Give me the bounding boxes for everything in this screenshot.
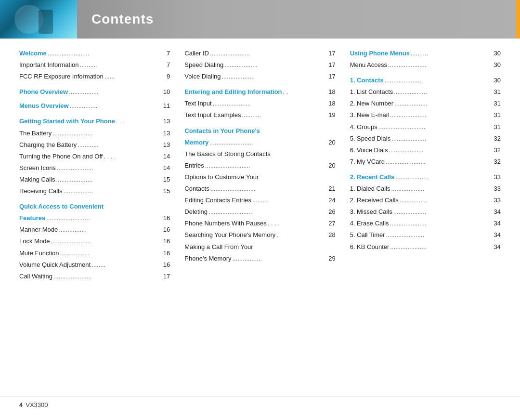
toc-label-fcc: FCC RF Exposure Information bbox=[19, 71, 104, 82]
toc-entry-screen-icons: Screen Icons .....................14 bbox=[19, 163, 170, 173]
toc-dots-features: ......................... bbox=[46, 213, 162, 223]
toc-label-call-timer: 5. Call Timer bbox=[350, 230, 385, 240]
toc-dots-menus-overview: ................ bbox=[70, 101, 162, 111]
page-footer: 4 VX3300 bbox=[0, 396, 520, 413]
toc-label-important-info: Important Information bbox=[19, 60, 79, 70]
toc-dots-my-vcard: ....................... bbox=[386, 157, 493, 167]
toc-label-welcome[interactable]: Welcome bbox=[19, 48, 47, 59]
toc-page-contacts: 21 bbox=[328, 184, 335, 194]
toc-page-speed-dials: 32 bbox=[494, 133, 501, 144]
toc-page-contacts-memory: 20 bbox=[328, 137, 335, 148]
toc-column-col3: Using Phone Menus ..........30Menu Acces… bbox=[350, 48, 501, 391]
toc-label-using-phone-menus[interactable]: Using Phone Menus bbox=[350, 48, 410, 59]
toc-dots-phone-numbers-pauses: . . . . bbox=[268, 218, 327, 229]
page-title: Contents bbox=[91, 12, 154, 27]
toc-page-list-contacts: 31 bbox=[494, 87, 501, 97]
toc-label-caller-id: Caller ID bbox=[184, 48, 209, 59]
toc-label-contacts-memory-title[interactable]: Contacts in Your Phone's bbox=[184, 126, 260, 136]
toc-dots-fcc: ...... bbox=[104, 71, 166, 82]
toc-page-editing-contacts: 24 bbox=[328, 195, 335, 206]
toc-page-recent-calls-section: 33 bbox=[494, 172, 501, 183]
section-gap bbox=[350, 168, 501, 171]
toc-label-missed-calls: 3. Missed Calls bbox=[350, 207, 392, 217]
toc-label-contacts-memory[interactable]: Memory bbox=[184, 137, 208, 148]
toc-dots-battery: ....................... bbox=[52, 128, 162, 139]
toc-entry-received-calls: 2. Received Calls ................33 bbox=[350, 195, 501, 206]
toc-dots-editing-contacts: ......... bbox=[252, 195, 327, 206]
toc-dots-recent-calls-section: ................... bbox=[395, 172, 493, 183]
toc-entry-call-timer: 5. Call Timer ......................34 bbox=[350, 230, 501, 240]
page-header: Contents bbox=[0, 0, 520, 39]
toc-entry-call-waiting: Call Waiting ......................17 bbox=[19, 271, 170, 282]
section-gap bbox=[184, 83, 335, 86]
toc-page-important-info: 7 bbox=[167, 60, 170, 70]
toc-label-recent-calls-section[interactable]: 2. Recent Calls bbox=[350, 172, 395, 183]
toc-label-getting-started[interactable]: Getting Started with Your Phone bbox=[19, 116, 115, 127]
toc-entry-basics-storing: The Basics of Storing Contacts bbox=[184, 149, 335, 159]
toc-column-col2: Caller ID .......................17Speed… bbox=[184, 48, 335, 391]
toc-label-phone-overview[interactable]: Phone Overview bbox=[19, 87, 68, 97]
toc-label-searching-memory: Searching Your Phone's Memory bbox=[184, 230, 275, 240]
toc-page-receiving-calls: 15 bbox=[163, 186, 170, 197]
toc-dots-receiving-calls: ................. bbox=[64, 186, 162, 197]
toc-page-battery: 13 bbox=[163, 128, 170, 139]
toc-label-screen-icons: Screen Icons bbox=[19, 163, 56, 173]
toc-entry-list-contacts: 1. List Contacts ...................31 bbox=[350, 87, 501, 97]
toc-entry-receiving-calls: Receiving Calls .................15 bbox=[19, 186, 170, 197]
toc-entry-speed-dials: 5. Speed Dials ....................32 bbox=[350, 133, 501, 144]
toc-dots-received-calls: ................ bbox=[400, 195, 493, 206]
toc-label-basics-storing: The Basics of Storing Contacts bbox=[184, 149, 270, 159]
toc-dots-important-info: .......... bbox=[80, 60, 166, 70]
toc-label-entering-editing[interactable]: Entering and Editing Information bbox=[184, 87, 282, 97]
toc-entry-voice-dialing: Voice Dialing ...................17 bbox=[184, 71, 335, 82]
toc-label-contacts-section[interactable]: 1. Contacts bbox=[350, 75, 384, 86]
toc-label-list-contacts: 1. List Contacts bbox=[350, 87, 393, 97]
toc-dots-entries: .......................... bbox=[205, 160, 327, 171]
toc-entry-battery: The Battery .......................13 bbox=[19, 128, 170, 139]
toc-dots-making-calls: ..................... bbox=[56, 174, 162, 185]
toc-entry-searching-memory: Searching Your Phone's Memory .28 bbox=[184, 230, 335, 240]
toc-label-voice-dialing: Voice Dialing bbox=[184, 71, 221, 82]
toc-label-speed-dialing: Speed Dialing bbox=[184, 60, 223, 70]
toc-dots-turning-on: . . . . bbox=[104, 151, 162, 162]
toc-label-mute-function: Mute Function bbox=[19, 248, 59, 259]
toc-page-menus-overview: 11 bbox=[163, 101, 170, 111]
toc-dots-missed-calls: ................... bbox=[393, 207, 493, 217]
toc-dots-menu-access: ...................... bbox=[388, 60, 493, 70]
toc-label-quick-access[interactable]: Quick Access to Convenient bbox=[19, 201, 104, 212]
toc-page-making-calls: 15 bbox=[163, 174, 170, 185]
toc-label-menus-overview[interactable]: Menus Overview bbox=[19, 101, 69, 111]
toc-label-my-vcard: 7. My VCard bbox=[350, 157, 385, 167]
header-accent-bar bbox=[516, 0, 520, 39]
toc-entry-entries: Entries ..........................20 bbox=[184, 160, 335, 171]
toc-page-contacts-section: 30 bbox=[494, 75, 501, 86]
toc-page-phones-memory: 29 bbox=[328, 253, 335, 264]
toc-entry-charging: Charging the Battery ............13 bbox=[19, 140, 170, 150]
toc-dots-deleting: ......................... bbox=[208, 207, 327, 217]
toc-label-features[interactable]: Features bbox=[19, 213, 45, 223]
toc-entry-missed-calls: 3. Missed Calls ...................34 bbox=[350, 207, 501, 217]
section-gap bbox=[19, 197, 170, 200]
toc-page-searching-memory: 28 bbox=[328, 230, 335, 240]
toc-dots-phone-overview: ................. bbox=[69, 87, 162, 97]
toc-label-manner-mode: Manner Mode bbox=[19, 224, 58, 235]
toc-dots-charging: ............ bbox=[78, 140, 162, 150]
toc-dots-new-email: ..................... bbox=[390, 110, 493, 120]
toc-page-dialed-calls: 33 bbox=[494, 184, 501, 194]
toc-page-new-number: 31 bbox=[494, 98, 501, 109]
toc-dots-entering-editing: . . bbox=[283, 87, 328, 97]
toc-entry-menus-overview: Menus Overview ................11 bbox=[19, 101, 170, 111]
toc-label-phones-memory: Phone's Memory bbox=[184, 253, 231, 264]
toc-dots-searching-memory: . bbox=[276, 230, 327, 240]
toc-label-dialed-calls: 1. Dialed Calls bbox=[350, 184, 390, 194]
toc-entry-entering-editing: Entering and Editing Information . .18 bbox=[184, 87, 335, 97]
toc-entry-new-number: 2. New Number ...................31 bbox=[350, 98, 501, 109]
toc-label-voice-dials: 6. Voice Dials bbox=[350, 145, 388, 156]
toc-page-entering-editing: 18 bbox=[328, 87, 335, 97]
toc-entry-using-phone-menus: Using Phone Menus ..........30 bbox=[350, 48, 501, 59]
toc-content: Welcome ........................7Importa… bbox=[0, 39, 520, 396]
toc-entry-contacts: Contacts ..........................21 bbox=[184, 184, 335, 194]
toc-entry-getting-started: Getting Started with Your Phone . . .13 bbox=[19, 116, 170, 127]
toc-entry-erase-calls: 4. Erase Calls .....................34 bbox=[350, 218, 501, 229]
toc-dots-voice-dialing: ................... bbox=[221, 71, 327, 82]
